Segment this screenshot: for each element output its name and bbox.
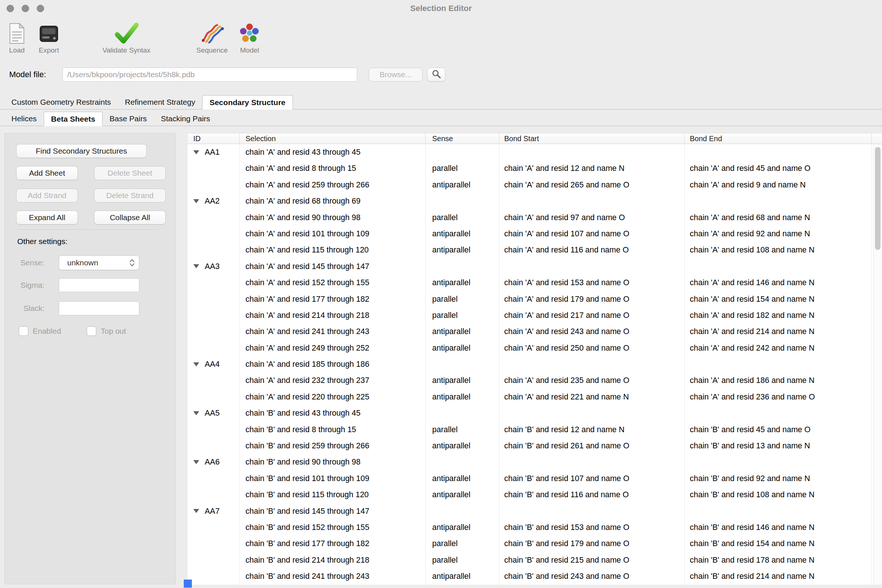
sheet-group-row[interactable]: AA7chain 'B' and resid 145 through 147 — [188, 503, 882, 519]
disclosure-triangle-icon[interactable] — [193, 411, 199, 415]
model-file-row: Model file: Browse... — [0, 67, 882, 83]
disclosure-triangle-icon[interactable] — [193, 199, 199, 203]
browse-button[interactable]: Browse... — [369, 68, 423, 82]
cell-selection: chain 'B' and resid 90 through 98 — [240, 454, 426, 470]
export-button[interactable]: Export — [34, 21, 64, 54]
sheet-group-row[interactable]: AA4chain 'A' and resid 185 through 186 — [188, 356, 882, 372]
cell-sense: antiparallel — [426, 470, 500, 487]
collapse-all-button[interactable]: Collapse All — [94, 211, 166, 225]
find-secondary-structures-button[interactable]: Find Secondary Structures — [16, 144, 147, 158]
strand-row[interactable]: chain 'A' and resid 101 through 109antip… — [188, 226, 882, 242]
slack-input[interactable] — [59, 302, 139, 315]
cell-bond-end: chain 'A' and resid 154 and name N — [685, 291, 872, 307]
cell-id — [188, 536, 240, 552]
tab-refinement-strategy[interactable]: Refinement Strategy — [118, 95, 202, 109]
column-header-bond-start[interactable]: Bond Start — [500, 134, 685, 144]
cell-id: AA5 — [188, 405, 240, 421]
sigma-input[interactable] — [59, 278, 139, 292]
cell-bond-start — [500, 503, 685, 519]
strand-row[interactable]: chain 'B' and resid 177 through 182paral… — [188, 536, 882, 552]
add-sheet-button[interactable]: Add Sheet — [16, 166, 78, 180]
cell-selection: chain 'B' and resid 177 through 182 — [240, 536, 426, 552]
subtab-stacking-pairs[interactable]: Stacking Pairs — [154, 112, 217, 126]
cell-selection: chain 'B' and resid 43 through 45 — [240, 405, 426, 421]
strand-row[interactable]: chain 'B' and resid 259 through 266antip… — [188, 438, 882, 454]
add-strand-button[interactable]: Add Strand — [16, 189, 78, 202]
subtab-helices[interactable]: Helices — [4, 112, 44, 126]
column-header-sense[interactable]: Sense — [426, 134, 500, 144]
search-button[interactable] — [427, 68, 446, 82]
top-out-checkbox[interactable] — [87, 326, 96, 336]
strand-row[interactable]: chain 'A' and resid 115 through 120antip… — [188, 242, 882, 258]
strand-row[interactable]: chain 'B' and resid 8 through 15parallel… — [188, 422, 882, 438]
strand-row[interactable]: chain 'A' and resid 152 through 155antip… — [188, 274, 882, 291]
magnifier-icon — [432, 69, 441, 81]
cell-id — [188, 438, 240, 454]
sheet-group-row[interactable]: AA5chain 'B' and resid 43 through 45 — [188, 405, 882, 421]
delete-strand-button[interactable]: Delete Strand — [94, 189, 166, 202]
delete-sheet-button[interactable]: Delete Sheet — [94, 166, 166, 180]
cell-sense: antiparallel — [426, 177, 500, 193]
strand-row[interactable]: chain 'A' and resid 259 through 266antip… — [188, 177, 882, 193]
scrollbar-thumb[interactable] — [875, 147, 880, 250]
cell-bond-end: chain 'A' and resid 186 and name N — [685, 372, 872, 388]
strand-row[interactable]: chain 'B' and resid 241 through 243antip… — [188, 568, 882, 584]
cell-bond-start: chain 'B' and resid 153 and name O — [500, 519, 685, 536]
strand-row[interactable]: chain 'A' and resid 220 through 225antip… — [188, 389, 882, 405]
expand-all-button[interactable]: Expand All — [16, 211, 78, 225]
disclosure-triangle-icon[interactable] — [193, 150, 199, 154]
strand-row[interactable]: chain 'A' and resid 241 through 243antip… — [188, 323, 882, 340]
model-button[interactable]: Model — [230, 21, 270, 54]
cell-bond-start: chain 'B' and resid 243 and name O — [500, 568, 685, 584]
tab-custom-geometry-restraints[interactable]: Custom Geometry Restraints — [4, 95, 118, 109]
cell-selection: chain 'A' and resid 43 through 45 — [240, 144, 426, 160]
strand-row[interactable]: chain 'B' and resid 214 through 218paral… — [188, 552, 882, 568]
cell-bond-start: chain 'A' and resid 97 and name O — [500, 210, 685, 226]
cell-id: AA1 — [188, 144, 240, 160]
strand-row[interactable]: chain 'A' and resid 232 through 237antip… — [188, 372, 882, 388]
strand-row[interactable]: chain 'A' and resid 214 through 218paral… — [188, 307, 882, 323]
column-header-bond-end[interactable]: Bond End — [685, 134, 872, 144]
cell-selection: chain 'B' and resid 152 through 155 — [240, 519, 426, 536]
cell-bond-start — [500, 356, 685, 372]
sheet-group-row[interactable]: AA3chain 'A' and resid 145 through 147 — [188, 258, 882, 274]
column-header-selection[interactable]: Selection — [240, 134, 426, 144]
model-file-input[interactable] — [63, 68, 357, 82]
title-bar: Selection Editor — [0, 0, 882, 17]
cell-id: AA6 — [188, 454, 240, 470]
cell-id — [188, 568, 240, 584]
sense-dropdown[interactable]: unknown — [59, 255, 139, 270]
cell-bond-start: chain 'A' and resid 179 and name O — [500, 291, 685, 307]
enabled-checkbox[interactable] — [19, 326, 28, 336]
strand-row[interactable]: chain 'A' and resid 8 through 15parallel… — [188, 160, 882, 176]
cell-bond-end: chain 'A' and resid 92 and name N — [685, 226, 872, 242]
strand-row[interactable]: chain 'B' and resid 152 through 155antip… — [188, 519, 882, 536]
sub-tab-bar: Helices Beta Sheets Base Pairs Stacking … — [0, 111, 882, 126]
cell-bond-end — [685, 454, 872, 470]
strand-row[interactable]: chain 'A' and resid 249 through 252antip… — [188, 340, 882, 356]
disclosure-triangle-icon[interactable] — [193, 509, 199, 513]
disclosure-triangle-icon[interactable] — [193, 460, 199, 464]
sequence-button[interactable]: Sequence — [188, 21, 236, 54]
strand-row[interactable]: chain 'A' and resid 177 through 182paral… — [188, 291, 882, 307]
subtab-base-pairs[interactable]: Base Pairs — [102, 112, 154, 126]
subtab-beta-sheets[interactable]: Beta Sheets — [44, 112, 102, 126]
load-button[interactable]: Load — [2, 21, 32, 54]
strand-row[interactable]: chain 'A' and resid 90 through 98paralle… — [188, 210, 882, 226]
load-label: Load — [9, 46, 25, 54]
cell-id — [188, 307, 240, 323]
strand-row[interactable]: chain 'B' and resid 115 through 120antip… — [188, 487, 882, 503]
column-header-id[interactable]: ID — [188, 134, 240, 144]
sheet-group-row[interactable]: AA6chain 'B' and resid 90 through 98 — [188, 454, 882, 470]
strand-row[interactable]: chain 'B' and resid 101 through 109antip… — [188, 470, 882, 487]
cell-selection: chain 'A' and resid 185 through 186 — [240, 356, 426, 372]
sheet-group-row[interactable]: AA2chain 'A' and resid 68 through 69 — [188, 193, 882, 209]
disclosure-triangle-icon[interactable] — [193, 362, 199, 366]
sheet-group-row[interactable]: AA1chain 'A' and resid 43 through 45 — [188, 144, 882, 160]
cell-selection: chain 'A' and resid 220 through 225 — [240, 389, 426, 405]
validate-syntax-button[interactable]: Validate Syntax — [90, 21, 163, 54]
disclosure-triangle-icon[interactable] — [193, 264, 199, 268]
tab-secondary-structure[interactable]: Secondary Structure — [202, 95, 293, 110]
cell-bond-end — [685, 144, 872, 160]
vertical-scrollbar[interactable] — [873, 144, 882, 585]
